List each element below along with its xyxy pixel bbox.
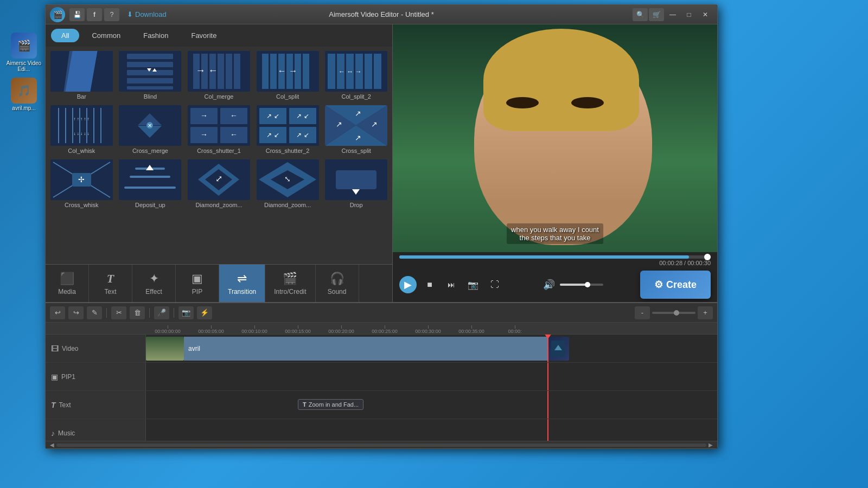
media-icon: ⬛ (60, 272, 74, 286)
transition-drop[interactable]: Drop (322, 157, 390, 210)
redo-button[interactable]: ↪ (68, 306, 84, 319)
transition-blind-label: Blind (144, 93, 157, 100)
transition-blind[interactable]: Blind (117, 49, 184, 102)
create-button[interactable]: ⚙ Create (640, 271, 711, 299)
zoom-handle (674, 310, 679, 316)
volume-icon[interactable]: 🔊 (540, 276, 558, 293)
transition-cross-whisk[interactable]: ✢ Cross_whisk (48, 157, 116, 210)
filter-tab-all[interactable]: All (51, 29, 79, 42)
transition-col-whisk[interactable]: ↑ ↑ ↑ ↑ ↑ ↓ ↓ ↓ ↓ ↓ Col_whisk (48, 103, 116, 156)
filter-tab-fashion[interactable]: Fashion (133, 29, 178, 42)
filter-tab-common[interactable]: Common (81, 29, 131, 42)
transition-cross-split-thumb: ↗ ↗ ↗ ↗ (325, 105, 387, 146)
transitions-grid-wrapper[interactable]: Bar (46, 47, 392, 264)
transition-cross-shutter-2-thumb: ↗ ↙ ↗ ↙ ↗ ↙ ↗ ↙ (257, 105, 319, 146)
track-pip1-label: ▣ PIP1 (46, 363, 146, 390)
track-video-content[interactable]: avril (146, 335, 717, 362)
help-icon[interactable]: ? (104, 8, 119, 21)
cart-icon[interactable]: 🛒 (649, 8, 664, 21)
fullscreen-button[interactable]: ⛶ (486, 276, 503, 293)
desktop-icon-app[interactable]: 🎬 Aimersc Video Edi... (4, 33, 43, 72)
transition-col-split-2[interactable]: ← ↔ → Col_split_2 (322, 49, 390, 102)
tab-media[interactable]: ⬛ Media (46, 265, 89, 302)
svg-marker-2 (78, 68, 82, 72)
transition-diamond-zoom-2[interactable]: ⤡ Diamond_zoom... (254, 157, 322, 210)
scroll-right-arrow[interactable]: ▶ (706, 442, 715, 448)
track-video-name: Video (62, 345, 78, 352)
tab-sound[interactable]: 🎧 Sound (316, 265, 359, 302)
app-window: 🎬 💾 f ? ⬇ Download Aimersoft Video Edito… (45, 4, 718, 449)
zoom-out-button[interactable]: - (635, 306, 650, 319)
download-button[interactable]: ⬇ Download (124, 9, 170, 20)
zoom-track[interactable] (652, 312, 695, 314)
transition-col-merge[interactable]: → ← Col_merge (185, 49, 253, 102)
voiceover-button[interactable]: 🎤 (154, 306, 169, 319)
tab-intro-credit[interactable]: 🎬 Intro/Credit (265, 265, 315, 302)
play-button[interactable]: ▶ (399, 276, 417, 293)
transition-deposit-up[interactable]: Deposit_up (117, 157, 184, 210)
title-bar-icons: 💾 f ? (69, 8, 119, 21)
facebook-icon[interactable]: f (87, 8, 102, 21)
track-text: T Text T Zoom in and Fad... (46, 391, 717, 419)
svg-text:✕: ✕ (148, 123, 152, 129)
tab-pip[interactable]: ▣ PIP (176, 265, 219, 302)
zoom-in-button[interactable]: + (698, 306, 713, 319)
video-clip[interactable]: avril (146, 337, 547, 361)
scene-button[interactable]: ⚡ (197, 306, 212, 319)
transition-cross-split-label: Cross_split (341, 147, 371, 154)
delete-button[interactable]: 🗑 (130, 306, 145, 319)
progress-bar-track[interactable] (399, 255, 711, 259)
transition-clip[interactable] (547, 337, 569, 361)
step-forward-button[interactable]: ⏭ (443, 276, 460, 293)
transition-col-split[interactable]: ← → Col_split (254, 49, 322, 102)
track-music-content[interactable] (146, 419, 717, 441)
transition-diamond-zoom-1[interactable]: ⤢ Diamond_zoom... (185, 157, 253, 210)
filter-tab-favorite[interactable]: Favorite (181, 29, 227, 42)
track-text-content[interactable]: T Zoom in and Fad... (146, 391, 717, 419)
undo-button[interactable]: ↩ (50, 306, 65, 319)
stop-button[interactable]: ■ (421, 276, 438, 293)
transition-bar[interactable]: Bar (48, 49, 116, 102)
svg-text:↑ ↑ ↑ ↑ ↑: ↑ ↑ ↑ ↑ ↑ (73, 117, 89, 121)
transition-cross-shutter-1[interactable]: → ← → ← Cross_shutter_1 (185, 103, 253, 156)
timeline-tracks[interactable]: 🎞 Video avril (46, 335, 717, 441)
desktop-icon-file[interactable]: 🎵 avril.mp... (4, 78, 43, 111)
transition-cross-split[interactable]: ↗ ↗ ↗ ↗ Cross_split (322, 103, 390, 156)
video-track-icon: 🎞 (51, 344, 59, 353)
svg-text:→: → (200, 130, 208, 139)
scroll-left-arrow[interactable]: ◀ (48, 442, 56, 448)
svg-rect-7 (127, 70, 173, 75)
tab-transition[interactable]: ⇌ Transition (219, 265, 265, 302)
timeline-section: ↩ ↪ ✎ ✂ 🗑 🎤 📷 ⚡ - + 00 (46, 302, 717, 448)
svg-rect-33 (365, 54, 372, 89)
volume-slider[interactable] (560, 284, 603, 286)
svg-text:↗: ↗ (336, 120, 342, 129)
track-music-name: Music (58, 429, 75, 437)
text-tooltip-label: Zoom in and Fad... (309, 401, 359, 408)
timeline-scrollbar[interactable]: ◀ ▶ (46, 441, 717, 448)
maximize-button[interactable]: □ (681, 9, 697, 21)
scroll-track[interactable] (56, 444, 706, 447)
transition-cross-shutter-1-thumb: → ← → ← (188, 105, 250, 146)
ruler-mark-3: 00:00:15:00 (276, 325, 320, 334)
track-pip1-content[interactable] (146, 363, 717, 390)
search-icon[interactable]: 🔍 (633, 8, 648, 21)
svg-rect-6 (127, 62, 173, 67)
minimize-button[interactable]: — (665, 9, 680, 21)
progress-section[interactable]: 00:00:28 / 00:00:30 (393, 252, 717, 267)
transition-cross-shutter-2[interactable]: ↗ ↙ ↗ ↙ ↗ ↙ ↗ ↙ Cross_shutter_2 (254, 103, 322, 156)
tab-text[interactable]: T Text (89, 265, 132, 302)
snapshot-tool-button[interactable]: 📷 (178, 306, 194, 319)
transition-cross-merge[interactable]: ✕ Cross_merge (117, 103, 184, 156)
svg-rect-87 (130, 176, 170, 178)
preview-video: when you walk away I count the steps tha… (393, 24, 717, 252)
save-icon[interactable]: 💾 (69, 8, 85, 21)
snapshot-button[interactable]: 📷 (464, 276, 482, 293)
transition-deposit-up-thumb (119, 159, 181, 200)
cut-button[interactable]: ✂ (111, 306, 126, 319)
volume-control: 🔊 (540, 276, 603, 293)
edit-button[interactable]: ✎ (87, 306, 102, 319)
transitions-grid: Bar (46, 47, 392, 213)
close-button[interactable]: ✕ (698, 9, 713, 21)
tab-effect[interactable]: ✦ Effect (132, 265, 176, 302)
